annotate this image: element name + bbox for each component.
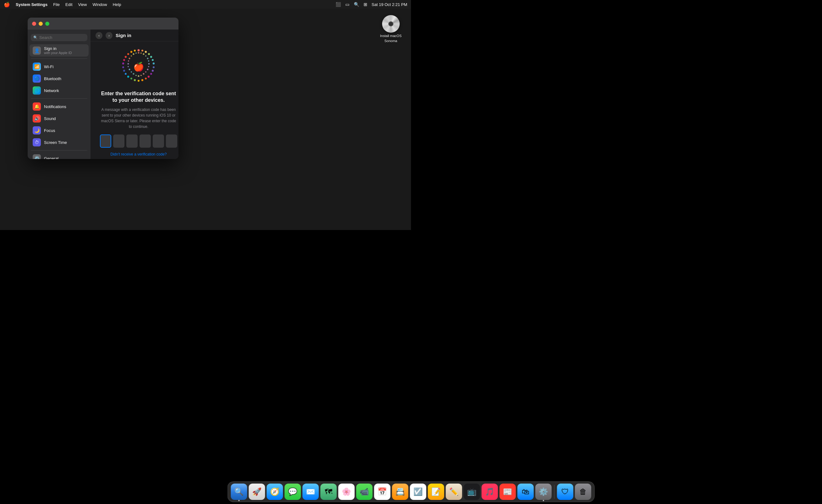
- svg-point-43: [127, 66, 129, 67]
- svg-point-20: [122, 62, 124, 64]
- sidebar-item-focus[interactable]: 🌙 Focus: [30, 124, 89, 136]
- code-box-0[interactable]: [100, 134, 111, 148]
- screentime-icon: ⏱: [33, 138, 41, 146]
- svg-point-1: [141, 50, 143, 51]
- sidebar-divider-2: [31, 98, 87, 99]
- code-box-5[interactable]: [166, 134, 177, 148]
- code-box-2[interactable]: [126, 134, 138, 148]
- content-titlebar: ‹ › Sign in: [90, 30, 178, 41]
- signin-content: 🍎 Enter the verification code sent to yo…: [90, 41, 178, 159]
- apple-ring-container: 🍎: [120, 48, 157, 85]
- svg-point-44: [127, 63, 129, 65]
- svg-point-40: [133, 73, 134, 75]
- back-button[interactable]: ‹: [95, 32, 102, 39]
- sidebar-item-screentime[interactable]: ⏱ Screen Time: [30, 136, 89, 148]
- app-name[interactable]: System Settings: [16, 2, 47, 7]
- signin-sublabel: with your Apple ID: [44, 51, 72, 55]
- sidebar-divider-1: [31, 58, 87, 59]
- svg-point-26: [138, 52, 139, 54]
- svg-point-29: [145, 55, 146, 57]
- menubar: 🍎 System Settings File Edit View Window …: [0, 0, 411, 9]
- svg-point-31: [148, 60, 149, 62]
- sound-icon: 🔊: [33, 114, 41, 122]
- code-box-4[interactable]: [153, 134, 164, 148]
- minimize-button[interactable]: [39, 22, 43, 26]
- svg-point-17: [125, 73, 127, 75]
- general-icon: ⚙️: [33, 154, 41, 159]
- menu-window[interactable]: Window: [92, 2, 107, 7]
- svg-point-5: [152, 59, 154, 61]
- svg-point-6: [153, 62, 154, 64]
- svg-point-42: [129, 69, 130, 70]
- maximize-button[interactable]: [45, 22, 49, 26]
- resend-link[interactable]: Didn't receive a verification code?: [110, 152, 166, 156]
- svg-point-12: [141, 79, 143, 81]
- dvd-title-line2: Sonoma: [384, 39, 397, 43]
- svg-point-34: [147, 69, 149, 70]
- control-center-icon[interactable]: ⊞: [364, 2, 367, 7]
- menubar-right: ⬛ ▭ 🔍 ⊞ Sat 19 Oct 2:21 PM: [336, 2, 407, 7]
- search-menu-icon[interactable]: 🔍: [354, 2, 359, 7]
- sidebar-item-signin[interactable]: 👤 Sign in with your Apple ID: [30, 44, 89, 57]
- svg-point-30: [147, 58, 149, 59]
- forward-button[interactable]: ›: [105, 32, 112, 39]
- search-box[interactable]: 🔍: [31, 34, 87, 41]
- dvd-title-line1: Install macOS: [380, 34, 402, 38]
- search-container: 🔍: [28, 32, 90, 44]
- datetime: Sat 19 Oct 2:21 PM: [372, 2, 407, 7]
- svg-point-47: [131, 55, 132, 57]
- dvd-disc-label: DVD: [388, 23, 393, 25]
- screentime-label: Screen Time: [44, 140, 67, 145]
- svg-point-48: [133, 53, 134, 55]
- notifications-icon: 🔔: [33, 102, 41, 111]
- menu-file[interactable]: File: [53, 2, 60, 7]
- svg-point-49: [135, 52, 137, 54]
- svg-point-4: [150, 56, 152, 58]
- sidebar-signin-labels: Sign in with your Apple ID: [44, 46, 72, 55]
- bluetooth-label: Bluetooth: [44, 76, 61, 81]
- user-icon: 👤: [33, 46, 41, 55]
- sound-label: Sound: [44, 116, 56, 121]
- code-box-3[interactable]: [139, 134, 151, 148]
- close-button[interactable]: [32, 22, 36, 26]
- window-titlebar: [28, 18, 178, 30]
- signin-label: Sign in: [44, 46, 72, 51]
- svg-point-2: [145, 51, 147, 53]
- settings-window: 🔍 👤 Sign in with your Apple ID 📶 Wi-Fi: [28, 18, 178, 159]
- menu-help[interactable]: Help: [113, 2, 121, 7]
- focus-label: Focus: [44, 128, 55, 133]
- svg-point-36: [143, 73, 144, 75]
- code-box-1[interactable]: [113, 134, 124, 148]
- dvd-icon[interactable]: DVD Install macOS Sonoma: [380, 15, 402, 43]
- svg-point-46: [129, 58, 130, 59]
- svg-point-15: [130, 78, 132, 79]
- svg-point-23: [127, 53, 129, 55]
- svg-point-35: [145, 71, 146, 73]
- general-label: General: [44, 156, 58, 159]
- sidebar-item-notifications[interactable]: 🔔 Notifications: [30, 100, 89, 112]
- airplay-icon[interactable]: ▭: [345, 2, 349, 7]
- svg-point-21: [123, 59, 125, 61]
- window-body: 🔍 👤 Sign in with your Apple ID 📶 Wi-Fi: [28, 30, 178, 159]
- svg-point-9: [150, 73, 152, 75]
- sidebar-item-sound[interactable]: 🔊 Sound: [30, 112, 89, 124]
- sidebar-item-network[interactable]: 🌐 Network: [30, 84, 89, 96]
- svg-point-3: [148, 53, 150, 55]
- verification-title: Enter the verification code sent to your…: [100, 90, 177, 104]
- sidebar: 🔍 👤 Sign in with your Apple ID 📶 Wi-Fi: [28, 30, 90, 159]
- sidebar-item-wifi[interactable]: 📶 Wi-Fi: [30, 61, 89, 73]
- svg-point-8: [152, 70, 154, 72]
- sidebar-item-general[interactable]: ⚙️ General: [30, 152, 89, 159]
- sidebar-item-bluetooth[interactable]: 🔵 Bluetooth: [30, 73, 89, 84]
- menu-view[interactable]: View: [78, 2, 87, 7]
- menu-edit[interactable]: Edit: [65, 2, 72, 7]
- svg-point-14: [134, 79, 136, 81]
- svg-point-45: [128, 60, 129, 62]
- svg-point-7: [153, 66, 154, 68]
- apple-menu[interactable]: 🍎: [4, 2, 10, 8]
- screen-record-icon[interactable]: ⬛: [336, 2, 341, 7]
- desktop: DVD Install macOS Sonoma 🔍: [0, 9, 411, 230]
- search-input[interactable]: [39, 35, 85, 40]
- network-icon: 🌐: [33, 86, 41, 95]
- svg-point-24: [130, 51, 132, 53]
